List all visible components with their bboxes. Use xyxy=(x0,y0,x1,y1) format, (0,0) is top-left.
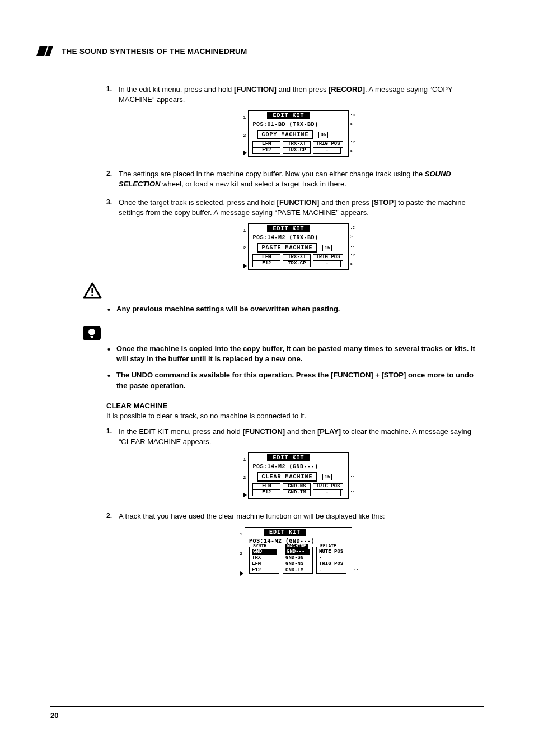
lcd-cleared-track: 12 ...... EDIT KIT POS:14-M2 (GND---) SY… xyxy=(245,527,352,577)
lcd-paste-machine: 12 :C>..:P> EDIT KIT POS:14-M2 (TRX-BD) … xyxy=(248,223,348,270)
lcd-clear-machine: 12 ...... EDIT KIT POS:14-M2 (GND---) CL… xyxy=(248,452,348,499)
svg-rect-3 xyxy=(91,336,93,337)
warning-icon xyxy=(83,282,102,299)
tip-text-1: Once the machine is copied into the copy… xyxy=(106,344,478,365)
clear-intro: It is possible to clear a track, so no m… xyxy=(106,411,478,421)
svg-rect-1 xyxy=(91,288,93,293)
step-2: 2. The settings are placed in the machin… xyxy=(106,169,478,189)
warning-text-1: Any previous machine settings will be ov… xyxy=(106,304,478,315)
svg-rect-4 xyxy=(91,337,93,338)
brand-logo xyxy=(38,46,51,56)
page-number: 20 xyxy=(50,711,484,720)
step-3: 3. Once the target track is selected, pr… xyxy=(106,198,478,270)
clear-step-1: 1. In the EDIT KIT menu, press and hold … xyxy=(106,427,478,499)
svg-rect-2 xyxy=(91,294,93,296)
lcd-copy-machine: 12 :C>..:P> EDIT KIT POS:01-BD (TRX-BD) … xyxy=(248,110,348,157)
tip-icon xyxy=(83,326,101,340)
clear-machine-heading: CLEAR MACHINE xyxy=(106,402,478,410)
tip-text-2: The UNDO command is available for this o… xyxy=(106,370,478,391)
section-title: THE SOUND SYNTHESIS OF THE MACHINEDRUM xyxy=(62,47,247,55)
clear-step-2: 2. A track that you have used the clear … xyxy=(106,511,478,577)
step-1: 1. In the edit kit menu, press and hold … xyxy=(106,85,478,157)
